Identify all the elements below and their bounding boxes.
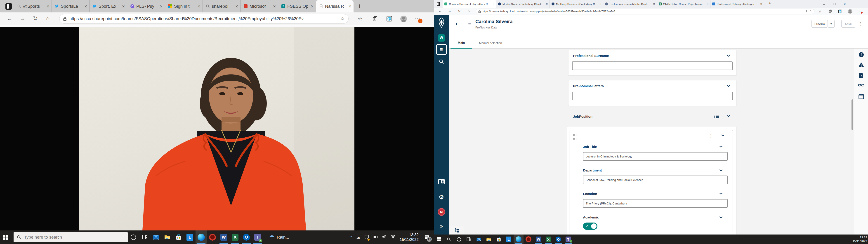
tab-main[interactable]: Main (451, 37, 472, 49)
user-avatar[interactable]: M (434, 208, 449, 216)
browser-tab[interactable]: Mr Jon Swain - Canterbury Christ × (496, 0, 550, 8)
battery-icon[interactable] (373, 235, 378, 240)
refresh-icon[interactable]: ↻ (33, 15, 38, 22)
browser-tab[interactable]: Microsof × (241, 0, 278, 12)
browser-tab[interactable]: Mx Harry Sanders - Canterbury C × (550, 0, 603, 8)
wifi-icon[interactable] (391, 235, 396, 240)
mail-icon[interactable] (474, 235, 484, 244)
calendar-icon[interactable] (854, 94, 868, 99)
forward-icon[interactable]: → (20, 15, 26, 22)
tab-manual-selection[interactable]: Manual selection (476, 37, 505, 49)
weather-widget[interactable]: ☂ Rain... (269, 234, 289, 241)
chevron-down-icon[interactable] (719, 169, 723, 171)
chevron-down-icon[interactable] (727, 85, 730, 87)
expand-rail-icon[interactable]: » (434, 223, 449, 229)
item-options-icon[interactable]: ⋮ (709, 133, 713, 138)
chevron-down-icon[interactable] (727, 115, 730, 117)
location-input[interactable] (583, 199, 727, 208)
taskbar-search[interactable] (13, 232, 128, 242)
profile-avatar[interactable] (400, 16, 407, 22)
file-explorer-icon[interactable] (484, 235, 494, 244)
department-input[interactable] (583, 176, 727, 184)
screen-recorder-icon[interactable] (524, 235, 533, 244)
edge-icon[interactable] (195, 231, 207, 244)
tab-actions-icon[interactable] (5, 3, 12, 10)
edge-icon[interactable] (514, 235, 524, 244)
pre-nominal-input[interactable] (572, 92, 733, 100)
app-l-icon[interactable]: L (184, 231, 195, 244)
nav-panel-icon[interactable] (434, 179, 449, 184)
browser-tab[interactable]: C PLS- Psy × (127, 0, 165, 12)
chevron-down-icon[interactable] (719, 193, 723, 195)
home-icon[interactable]: ⌂ (468, 9, 470, 13)
chevron-down-icon[interactable] (719, 216, 723, 218)
app-l-icon[interactable]: L (504, 235, 514, 244)
job-title-input[interactable] (583, 152, 727, 161)
profile-avatar[interactable] (848, 9, 852, 14)
tab-close-icon[interactable]: × (235, 4, 238, 8)
favorites-icon[interactable]: ☆ (817, 9, 823, 14)
forward-icon[interactable]: → (448, 9, 451, 13)
academic-toggle[interactable]: ✓ (583, 222, 597, 230)
start-button[interactable] (434, 235, 444, 244)
word-icon[interactable]: W (533, 235, 544, 244)
outlook-icon[interactable]: O (241, 231, 252, 244)
preview-button[interactable]: Preview (811, 20, 828, 28)
workspace-badge[interactable]: W (434, 34, 449, 41)
export-document-icon[interactable] (854, 72, 868, 79)
site-tree-toggle[interactable] (450, 226, 464, 235)
collections-icon[interactable] (372, 16, 378, 22)
browser-tab-active[interactable]: Carolina Silveira - Entry editor - C × (442, 0, 496, 8)
content-scrollbar[interactable] (851, 99, 853, 130)
back-icon[interactable]: ‹ (456, 20, 458, 27)
nav-entries-selected[interactable]: ≡ (434, 44, 449, 55)
browser-tab[interactable]: @Sports × (14, 0, 52, 12)
more-menu-icon[interactable]: ⋯ (858, 9, 863, 14)
tab-close-icon[interactable]: × (122, 4, 125, 8)
close-button[interactable]: × (839, 0, 850, 8)
tab-close-icon[interactable]: × (46, 4, 49, 8)
preview-caret-button[interactable]: ▾ (828, 20, 835, 28)
contensis-logo[interactable] (434, 18, 449, 28)
chevron-down-icon[interactable] (721, 134, 724, 136)
browser-tab[interactable]: Professional Policing - Undergra × (710, 0, 764, 8)
chevron-down-icon[interactable] (727, 55, 730, 57)
cortana-icon[interactable] (454, 235, 464, 244)
back-icon[interactable]: ← (7, 15, 12, 22)
hidden-icons-chevron[interactable]: ^ (350, 235, 352, 240)
tab-close-icon[interactable]: × (493, 2, 494, 6)
start-button[interactable] (0, 231, 11, 244)
task-view-icon[interactable] (139, 231, 150, 244)
tab-close-icon[interactable]: × (653, 2, 655, 6)
tab-close-icon[interactable]: × (84, 4, 87, 8)
home-icon[interactable]: ⌂ (46, 15, 50, 22)
word-icon[interactable]: W (218, 231, 229, 244)
excel-icon[interactable]: X (544, 235, 553, 244)
teams-icon[interactable]: T ✓ (563, 235, 573, 244)
link-icon[interactable] (854, 83, 868, 87)
refresh-icon[interactable]: ↻ (458, 9, 461, 13)
browser-tab[interactable]: S FSESS Op × (278, 0, 316, 12)
tab-close-icon[interactable]: × (760, 2, 762, 6)
chevron-down-icon[interactable] (719, 146, 723, 148)
browser-tab[interactable]: Sport, Ex × (90, 0, 127, 12)
read-aloud-icon[interactable]: A (805, 10, 807, 13)
tab-close-icon[interactable]: × (311, 4, 313, 8)
ie-mode-icon[interactable] (386, 16, 393, 22)
action-center-icon[interactable]: 22 (423, 233, 431, 241)
file-explorer-icon[interactable] (162, 231, 173, 244)
tab-close-icon[interactable]: × (599, 2, 601, 6)
volume-icon[interactable] (382, 235, 386, 240)
mail-icon[interactable] (150, 231, 162, 244)
browser-tab[interactable]: SportsLa × (52, 0, 90, 12)
warning-icon[interactable] (854, 62, 868, 67)
tab-close-icon[interactable]: × (197, 4, 200, 8)
nav-search-icon[interactable] (434, 59, 449, 64)
minimize-button[interactable]: – (819, 0, 829, 8)
collections-icon[interactable] (828, 9, 833, 14)
professional-surname-input[interactable] (572, 61, 733, 70)
browser-tab-active[interactable]: Narissa R × (316, 0, 353, 12)
security-tray-icon[interactable] (364, 235, 369, 240)
settings-gear-icon[interactable]: ⚙ (434, 194, 449, 201)
tab-actions-icon[interactable] (437, 2, 440, 6)
